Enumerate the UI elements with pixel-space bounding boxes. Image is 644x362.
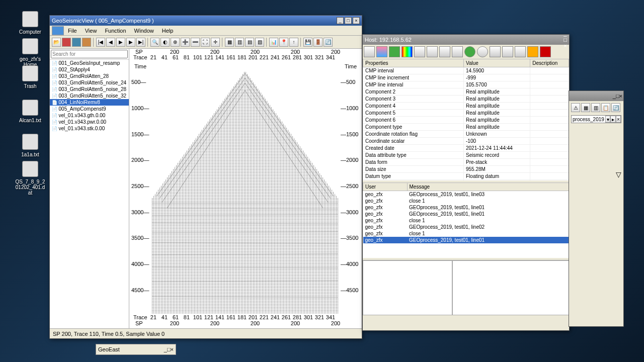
ptool3-icon[interactable] <box>389 46 400 57</box>
ptool9-icon[interactable] <box>464 46 475 57</box>
file-item[interactable]: 005_AmpCompenst9 <box>50 106 129 112</box>
file-item[interactable]: vel_01.v343.stk.0.00 <box>50 125 129 132</box>
seismic-display[interactable]: SP Trace Time Time <box>129 49 362 328</box>
column-header[interactable]: Description <box>530 59 569 67</box>
property-row[interactable]: CMP line increment-999 <box>363 74 569 81</box>
pin-icon[interactable]: 📍 <box>279 38 288 47</box>
minimize-button[interactable]: _ <box>337 17 344 24</box>
ptool2-icon[interactable] <box>376 46 387 57</box>
message-row[interactable]: geo_zfxclose 1 <box>363 230 569 237</box>
next-icon[interactable]: ▶ <box>126 38 135 47</box>
taskbar-item[interactable]: GeoEast _ □ × <box>96 344 176 355</box>
property-row[interactable]: Coordinate rotation flagUnknown <box>363 131 569 138</box>
export-icon[interactable]: 💾 <box>303 38 312 47</box>
close-button[interactable]: × <box>353 17 360 24</box>
menu-function[interactable]: Function <box>101 27 130 35</box>
ptool5-icon[interactable] <box>414 46 425 57</box>
exit-icon[interactable]: 🚪 <box>313 38 323 47</box>
property-row[interactable]: Coordinate scalar-100 <box>363 138 569 145</box>
ptool14-icon[interactable] <box>527 46 538 57</box>
property-row[interactable]: Data attribute typeSeismic record <box>363 152 569 159</box>
grid3-icon[interactable]: ▤ <box>245 38 254 47</box>
file-item[interactable]: vel_01.v343.gth.0.00 <box>50 112 129 119</box>
ptool6-icon[interactable] <box>427 46 438 57</box>
property-row[interactable]: DomainTime <box>363 180 569 181</box>
property-row[interactable]: Component 2Real amplitude <box>363 88 569 96</box>
search-input[interactable] <box>51 50 128 58</box>
property-row[interactable]: Data size955.28M <box>363 166 569 173</box>
message-row[interactable]: geo_zfxGEOprocess_2019, test01, line01 <box>363 237 569 243</box>
taskbar-close-icon[interactable]: × <box>171 346 174 352</box>
property-row[interactable]: CMP interval14.5900 <box>363 67 569 74</box>
flag1-icon[interactable] <box>62 38 71 47</box>
desktop-icon[interactable]: Alcan1.txt <box>15 100 45 123</box>
property-row[interactable]: Component 4Real amplitude <box>363 103 569 110</box>
zoomout-icon[interactable]: ➖ <box>191 38 200 47</box>
side-tool2-icon[interactable]: ▦ <box>581 103 590 112</box>
property-row[interactable]: Component 3Real amplitude <box>363 96 569 103</box>
tool2-icon[interactable]: ⊕ <box>171 38 180 47</box>
zoom-icon[interactable]: 🔍 <box>150 38 159 47</box>
ptool7-icon[interactable] <box>439 46 450 57</box>
menu-window[interactable]: Window <box>130 27 158 35</box>
dropdown-btn2-icon[interactable]: ▸ <box>610 116 615 123</box>
side-titlebar[interactable]: _ □ × <box>569 91 623 101</box>
file-item[interactable]: 003_GrndRolAtten5_noise_24 <box>50 79 129 86</box>
column-header[interactable]: Value <box>464 59 530 67</box>
side-close-button[interactable]: × <box>619 93 622 99</box>
message-row[interactable]: geo_zfxGEOprocess_2019, test01, line01 <box>363 211 569 217</box>
first-icon[interactable]: |◀ <box>96 38 105 47</box>
property-row[interactable]: Datum typeFloating datum <box>363 173 569 180</box>
property-row[interactable]: CMP line interval105.5700 <box>363 81 569 88</box>
side-tool5-icon[interactable]: 🔄 <box>611 103 620 112</box>
property-row[interactable]: Created date2021-12-24 11:44:44 <box>363 145 569 152</box>
desktop-icon[interactable]: Computer <box>15 11 45 35</box>
ptool11-icon[interactable] <box>490 46 501 57</box>
ptool12-icon[interactable] <box>502 46 513 57</box>
file-list[interactable]: 001_GeoSeisInput_resamp002_StApply4003_G… <box>50 60 129 328</box>
file-item[interactable]: 002_StApply4 <box>50 66 129 73</box>
refresh-icon[interactable]: 🔄 <box>324 38 333 47</box>
ptool13-icon[interactable] <box>515 46 526 57</box>
arrow-icon[interactable]: ↑ <box>289 38 298 47</box>
ptool-record-icon[interactable] <box>540 46 551 57</box>
desktop-icon[interactable]: geo_zfx's Home <box>15 38 45 67</box>
file-item[interactable]: 004_LinNoiRemv8 <box>50 99 129 106</box>
tool1-icon[interactable]: ◐ <box>160 38 170 47</box>
file-item[interactable]: 003_GrndRolAtten_28 <box>50 73 129 79</box>
message-row[interactable]: geo_zfxclose 1 <box>363 217 569 224</box>
desktop-icon[interactable]: QS_7_8_9_201202_401.dat <box>15 161 45 196</box>
properties-table[interactable]: PropertiesValueDescription CMP interval1… <box>363 59 569 180</box>
props-titlebar[interactable]: Host: 192.168.5.62 _ □ × <box>363 35 569 45</box>
column-header[interactable]: User <box>363 183 408 191</box>
chart-icon[interactable]: 📊 <box>269 38 278 47</box>
side-tool4-icon[interactable]: 📋 <box>601 103 610 112</box>
side-maximize-button[interactable]: □ <box>616 93 619 99</box>
flag2-icon[interactable] <box>72 38 81 47</box>
prev-icon[interactable]: ◀ <box>106 38 115 47</box>
message-row[interactable]: geo_zfxGEOprocess_2019, test01, line01 <box>363 204 569 211</box>
message-row[interactable]: geo_zfxclose 1 <box>363 198 569 204</box>
file-item[interactable]: 003_GrndRolAtten5_noise_28 <box>50 86 129 93</box>
ptool10-icon[interactable] <box>477 46 488 57</box>
fit-icon[interactable]: ⛶ <box>201 38 210 47</box>
main-titlebar[interactable]: GeoSeismicView ( 005_AmpCompenst9 ) _ □ … <box>50 16 362 26</box>
property-row[interactable]: Component 5Real amplitude <box>363 110 569 117</box>
message-row[interactable]: geo_zfxGEOprocess_2019, test01, line02 <box>363 224 569 230</box>
props-close-button[interactable]: × <box>564 43 567 49</box>
menu-view[interactable]: View <box>81 27 101 35</box>
dropdown-close-icon[interactable]: × <box>616 116 621 123</box>
file-item[interactable]: 001_GeoSeisInput_resamp <box>50 60 129 66</box>
zoomin-icon[interactable]: ➕ <box>181 38 190 47</box>
message-row[interactable]: geo_zfxGEOprocess_2019, test01, line03 <box>363 191 569 198</box>
side-tool1-icon[interactable]: ⚠ <box>571 103 580 112</box>
bottom-panel-right[interactable] <box>452 260 569 315</box>
open-icon[interactable]: 📂 <box>52 38 61 47</box>
taskbar-maximize-icon[interactable]: □ <box>167 346 171 352</box>
chevron-down-icon[interactable]: ▽ <box>616 170 621 178</box>
message-table[interactable]: UserMessage geo_zfxGEOprocess_2019, test… <box>363 183 569 258</box>
file-item[interactable]: 003_GrndRolAtten5_noise_32 <box>50 93 129 99</box>
ptool8-icon[interactable] <box>452 46 463 57</box>
dropdown-btn1-icon[interactable]: ▾ <box>605 116 610 123</box>
flag3-icon[interactable] <box>82 38 91 47</box>
